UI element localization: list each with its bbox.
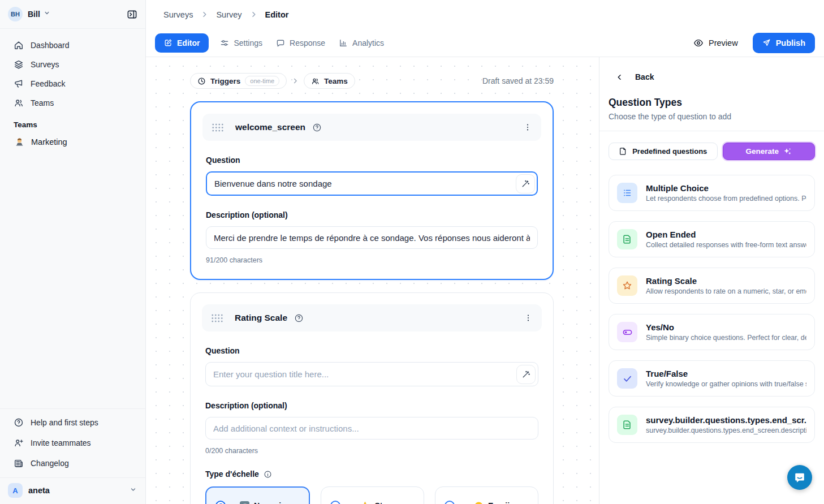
magic-wand-icon[interactable] <box>516 174 535 193</box>
sidebar-footer: Help and first steps Invite teammates Ch… <box>0 408 145 473</box>
user-name[interactable]: Bill <box>28 10 40 19</box>
scale-option-numeric[interactable]: # Numeric <box>205 486 310 504</box>
bar-chart-icon <box>339 38 348 48</box>
chevron-right-icon <box>291 77 299 85</box>
workspace-switcher[interactable]: A aneta <box>0 477 145 504</box>
workspace-avatar: A <box>8 483 23 498</box>
question-card-rating-scale[interactable]: Rating Scale Question <box>190 292 554 504</box>
preview-button[interactable]: Preview <box>693 38 738 48</box>
type-card-yes-no[interactable]: Yes/No Simple binary choice questions. P… <box>609 314 815 350</box>
chevron-left-icon <box>615 73 624 81</box>
eye-icon <box>693 38 704 48</box>
scale-option-label: Emoji <box>488 501 510 504</box>
survey-canvas[interactable]: Triggers one-time Teams Draft saved at 2… <box>146 57 599 504</box>
description-input[interactable] <box>206 226 538 249</box>
drag-handle-icon[interactable] <box>211 313 223 323</box>
file-icon <box>619 147 627 156</box>
sidebar-collapse-icon[interactable] <box>127 9 137 20</box>
chevron-down-icon[interactable] <box>43 9 51 19</box>
magic-wand-icon[interactable] <box>516 365 536 384</box>
sidebar: BH Bill Dashboard Surveys Feedback Teams… <box>0 0 146 504</box>
triggers-pill[interactable]: Triggers one-time <box>190 73 287 89</box>
card-header: welcome_screen <box>202 114 541 141</box>
type-card-true-false[interactable]: True/False Verify knowledge or gather op… <box>609 360 815 397</box>
sidebar-item-label: Surveys <box>31 60 59 69</box>
tab-response[interactable]: Response <box>269 33 332 53</box>
draft-status: Draft saved at 23:59 <box>482 76 554 85</box>
document-icon <box>617 229 637 249</box>
scale-option-label: Numeric <box>254 501 286 504</box>
triggers-label: Triggers <box>210 77 240 85</box>
user-avatar[interactable]: BH <box>8 7 23 21</box>
publish-label: Publish <box>776 38 805 48</box>
chat-launcher-button[interactable] <box>787 465 812 490</box>
tab-settings[interactable]: Settings <box>213 33 269 53</box>
sidebar-header: BH Bill <box>0 0 145 29</box>
tab-editor[interactable]: Editor <box>155 33 209 53</box>
card-menu-icon[interactable] <box>524 313 533 322</box>
type-card-end-screen[interactable]: survey.builder.questions.types.end_scr..… <box>609 407 815 443</box>
chevron-right-icon <box>200 10 209 19</box>
radio-unchecked <box>445 501 455 504</box>
card-title: Rating Scale <box>235 313 287 323</box>
drag-handle-icon[interactable] <box>212 123 224 132</box>
type-title: Rating Scale <box>646 276 806 286</box>
workspace-name: aneta <box>28 486 50 495</box>
type-card-multiple-choice[interactable]: Multiple Choice Let respondents choose f… <box>609 175 815 211</box>
description-label: Description (optional) <box>206 210 538 219</box>
edit-icon <box>164 38 172 47</box>
scale-option-emoji[interactable]: Emoji <box>435 486 538 504</box>
tab-analytics[interactable]: Analytics <box>332 33 391 53</box>
triggers-badge: one-time <box>245 76 279 86</box>
type-title: True/False <box>646 369 806 378</box>
sidebar-item-help[interactable]: Help and first steps <box>6 412 140 433</box>
smiley-emoji-icon <box>474 501 484 504</box>
sparkles-icon <box>783 147 792 156</box>
sidebar-item-changelog[interactable]: Changelog <box>6 453 140 473</box>
scale-option-stars[interactable]: Stars <box>321 486 424 504</box>
sidebar-item-teams[interactable]: Teams <box>6 93 140 113</box>
message-icon <box>276 38 285 48</box>
breadcrumb-survey[interactable]: Survey <box>216 10 241 19</box>
panel-subtitle: Choose the type of question to add <box>599 109 824 121</box>
help-circle-icon[interactable] <box>312 123 322 132</box>
main-area: Surveys Survey Editor Editor Settings Re… <box>146 0 824 504</box>
generate-button[interactable]: Generate <box>723 143 815 160</box>
newspaper-icon <box>14 458 24 468</box>
description-input[interactable] <box>205 417 538 440</box>
back-button[interactable]: Back <box>599 57 824 81</box>
user-plus-icon <box>14 438 24 448</box>
panel-actions: Predefined questions Generate <box>599 131 824 160</box>
send-icon <box>762 38 771 47</box>
char-count: 0/200 characters <box>205 447 538 455</box>
breadcrumb-surveys[interactable]: Surveys <box>163 10 193 19</box>
predefined-questions-button[interactable]: Predefined questions <box>609 143 718 160</box>
help-circle-icon[interactable] <box>294 313 304 323</box>
teams-pill[interactable]: Teams <box>304 73 355 89</box>
sidebar-item-feedback[interactable]: Feedback <box>6 74 140 93</box>
radio-checked <box>215 501 226 504</box>
toggle-icon <box>617 322 637 342</box>
publish-button[interactable]: Publish <box>753 33 815 53</box>
question-label: Question <box>205 346 538 355</box>
sidebar-item-dashboard[interactable]: Dashboard <box>6 36 140 55</box>
type-card-rating-scale[interactable]: Rating Scale Allow respondents to rate o… <box>609 268 815 304</box>
question-card-welcome-screen[interactable]: welcome_screen Question <box>190 101 554 280</box>
sidebar-item-surveys[interactable]: Surveys <box>6 55 140 74</box>
sidebar-item-invite[interactable]: Invite teammates <box>6 433 140 453</box>
breadcrumb: Surveys Survey Editor <box>146 0 824 29</box>
question-types-panel: Back Question Types Choose the type of q… <box>599 57 824 504</box>
info-icon[interactable] <box>264 470 272 479</box>
card-menu-icon[interactable] <box>523 123 532 132</box>
type-card-open-ended[interactable]: Open Ended Collect detailed responses wi… <box>609 221 815 257</box>
list-icon <box>617 183 637 203</box>
generate-label: Generate <box>746 147 779 156</box>
sidebar-team-marketing[interactable]: Marketing <box>6 132 140 152</box>
scale-option-label: Stars <box>374 501 394 504</box>
question-input[interactable] <box>205 362 538 386</box>
scale-type-text: Type d'échelle <box>205 469 259 479</box>
megaphone-icon <box>14 79 24 89</box>
question-input[interactable] <box>206 171 538 196</box>
panel-title: Question Types <box>599 81 824 109</box>
teams-pill-label: Teams <box>324 77 348 85</box>
